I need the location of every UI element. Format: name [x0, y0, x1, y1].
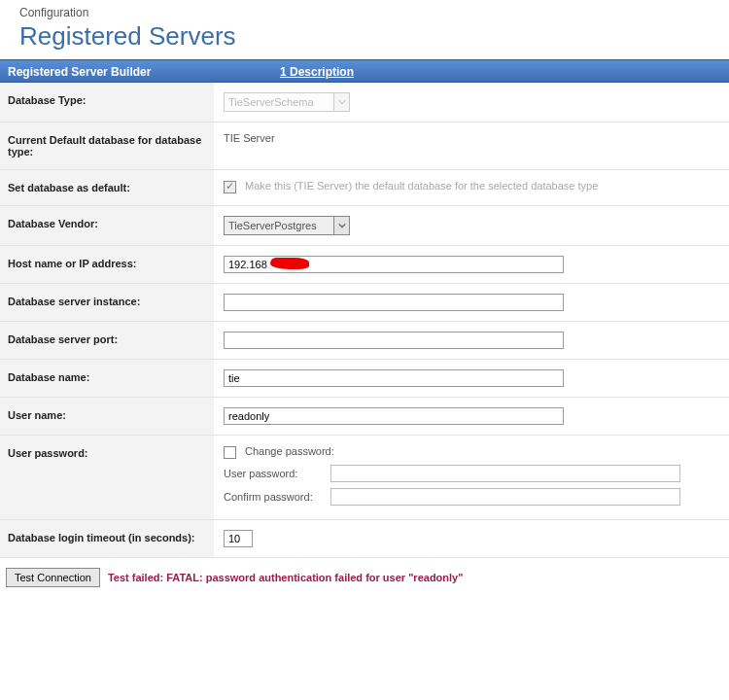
- label-host: Host name or IP address:: [0, 246, 214, 284]
- input-port[interactable]: [224, 332, 564, 349]
- input-pw-confirm[interactable]: [330, 488, 680, 506]
- tab-bar: Registered Server Builder 1 Description: [0, 59, 729, 83]
- label-dbname: Database name:: [0, 360, 214, 398]
- label-port: Database server port:: [0, 322, 214, 360]
- input-instance[interactable]: [224, 294, 564, 311]
- input-dbname[interactable]: [224, 369, 564, 387]
- chevron-down-icon: [333, 93, 349, 111]
- tab-builder: Registered Server Builder: [0, 60, 272, 82]
- label-change-password: Change password:: [245, 445, 334, 457]
- label-pw-confirm: Confirm password:: [224, 491, 330, 503]
- select-database-type: TieServerSchema: [224, 92, 350, 112]
- label-current-default: Current Default database for database ty…: [0, 122, 214, 170]
- value-current-default: TIE Server: [214, 122, 729, 170]
- label-username: User name:: [0, 398, 214, 436]
- label-vendor: Database Vendor:: [0, 206, 214, 246]
- redaction-mark: [270, 258, 309, 269]
- label-userpassword: User password:: [0, 436, 214, 520]
- breadcrumb: Configuration: [19, 6, 729, 19]
- test-connection-button[interactable]: Test Connection: [6, 568, 100, 587]
- error-message: Test failed: FATAL: password authenticat…: [108, 572, 464, 583]
- text-set-default: Make this (TIE Server) the default datab…: [245, 180, 598, 192]
- checkbox-change-password[interactable]: [224, 446, 236, 459]
- select-vendor[interactable]: TieServerPostgres: [224, 216, 350, 235]
- checkbox-set-default: [224, 181, 236, 193]
- select-database-type-value: TieServerSchema: [228, 96, 314, 108]
- chevron-down-icon: [333, 217, 349, 234]
- select-vendor-value: TieServerPostgres: [228, 220, 317, 231]
- label-instance: Database server instance:: [0, 284, 214, 322]
- input-timeout[interactable]: [224, 530, 253, 547]
- input-username[interactable]: [224, 407, 564, 425]
- label-set-default: Set database as default:: [0, 170, 214, 206]
- page-title: Registered Servers: [19, 21, 729, 52]
- input-pw-user[interactable]: [330, 465, 680, 482]
- tab-description[interactable]: 1 Description: [272, 60, 354, 82]
- label-timeout: Database login timeout (in seconds):: [0, 519, 214, 557]
- label-pw-user: User password:: [224, 468, 330, 479]
- label-database-type: Database Type:: [0, 83, 214, 122]
